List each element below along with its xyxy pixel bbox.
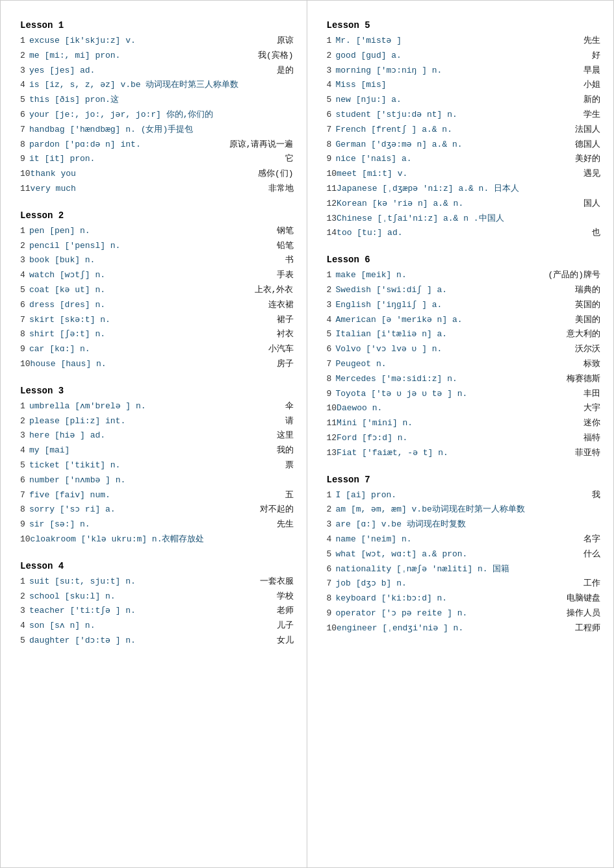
word-english: pencil ['pensl] n.	[29, 240, 242, 253]
word-english: Mr. ['mistə ]	[336, 34, 549, 48]
word-english: good [gud] a.	[336, 49, 549, 63]
word-row: 2 good [gud] a.好	[327, 49, 601, 63]
word-number: 8	[327, 138, 336, 152]
word-chinese: 国人	[548, 197, 600, 211]
lesson-block: Lesson 11 excuse [ik'skju:z] v.原谅2 me [m…	[20, 20, 294, 196]
word-number: 10	[327, 402, 337, 415]
word-row: 2 pencil ['pensl] n.铅笔	[20, 240, 294, 253]
word-row: 9 car [kɑ:] n.小汽车	[20, 343, 294, 356]
word-number: 2	[20, 415, 29, 428]
word-row: 3 yes [jes] ad.是的	[20, 64, 294, 78]
word-number: 10	[20, 167, 31, 181]
word-chinese: 标致	[548, 358, 600, 371]
word-row: 7 job [dʒɔ b] n.工作	[327, 577, 601, 591]
word-row: 5 what [wɔt, wɑ:t] a.& pron.什么	[327, 548, 601, 562]
lesson-block: Lesson 61 make [meik] n.(产品的)牌号2 Swedish…	[327, 254, 601, 460]
word-english: name ['neim] n.	[336, 533, 549, 547]
word-number: 5	[20, 93, 29, 107]
word-number: 7	[20, 314, 29, 327]
word-english: Korean [kə 'riə n] a.& n.	[337, 197, 548, 211]
word-row: 14 too [tu:] ad.也	[327, 227, 601, 240]
word-row: 5 Italian [i'tæliə n] a.意大利的	[327, 328, 601, 341]
word-number: 10	[327, 167, 337, 181]
word-chinese: 工作	[548, 577, 600, 591]
word-row: 1 Mr. ['mistə ]先生	[327, 34, 601, 48]
word-chinese: 大宇	[548, 402, 600, 415]
word-english: German ['dʒə:mə n] a.& n.	[336, 138, 549, 152]
word-number: 2	[327, 49, 336, 63]
word-english: my [mai]	[29, 444, 242, 458]
word-number: 9	[20, 518, 29, 532]
word-chinese: 遇见	[548, 167, 600, 181]
word-row: 4 my [mai]我的	[20, 444, 294, 458]
word-english: Daewoo n.	[337, 402, 548, 415]
word-number: 13	[327, 447, 337, 460]
word-english: pardon ['pɑ:də n] int.	[29, 138, 229, 152]
word-english: teacher ['ti:tʃə ] n.	[29, 604, 242, 618]
word-chinese: 儿子	[242, 619, 294, 633]
word-number: 2	[20, 590, 29, 604]
word-chinese: 裙子	[242, 314, 294, 327]
word-number: 7	[327, 123, 336, 137]
word-chinese: 电脑键盘	[548, 592, 600, 606]
word-row: 3 here [hiə ] ad.这里	[20, 429, 294, 443]
word-row: 11 Mini ['mini] n.迷你	[327, 417, 601, 430]
word-number: 6	[327, 343, 336, 356]
word-chinese: 感你(们)	[242, 167, 294, 181]
word-number: 1	[20, 34, 29, 48]
word-row: 11 Japanese [ˌdʒæpə 'ni:z] a.& n. 日本人	[327, 182, 601, 196]
word-row: 6 student ['stju:də nt] n.学生	[327, 108, 601, 122]
word-row: 4 son [sʌ n] n.儿子	[20, 619, 294, 633]
word-chinese: 早晨	[548, 64, 600, 78]
word-english: job [dʒɔ b] n.	[336, 577, 549, 591]
word-number: 1	[20, 225, 29, 238]
lesson-title: Lesson 4	[20, 561, 294, 571]
word-number: 14	[327, 227, 337, 240]
word-row: 7 French [frentʃ ] a.& n.法国人	[327, 123, 601, 137]
word-english: dress [dres] n.	[29, 299, 242, 312]
word-number: 1	[327, 269, 336, 282]
word-chinese: 这里	[242, 429, 294, 443]
lesson-title: Lesson 1	[20, 20, 294, 31]
word-english: it [it] pron.	[29, 153, 242, 166]
word-number: 8	[327, 592, 336, 606]
word-chinese: 是的	[242, 64, 294, 78]
word-row: 7 Peugeot n.标致	[327, 358, 601, 371]
word-number: 9	[20, 153, 29, 166]
word-row: 3 book [buk] n.书	[20, 254, 294, 267]
word-number: 12	[327, 432, 337, 445]
word-number: 3	[327, 518, 336, 532]
word-english: Mini ['mini] n.	[337, 417, 548, 430]
word-row: 4 watch [wɔtʃ] n.手表	[20, 269, 294, 282]
lesson-block: Lesson 31 umbrella [ʌm'brelə ] n.伞2 plea…	[20, 386, 294, 547]
word-chinese: 原谅,请再说一遍	[229, 138, 294, 152]
word-row: 9 operator ['ɔ pə reite ] n.操作人员	[327, 607, 601, 621]
word-row: 2 school [sku:l] n.学校	[20, 590, 294, 604]
word-number: 6	[20, 299, 29, 312]
word-english: new [nju:] a.	[336, 93, 549, 107]
word-chinese: 意大利的	[548, 328, 600, 341]
lesson-block: Lesson 51 Mr. ['mistə ]先生2 good [gud] a.…	[327, 20, 601, 240]
word-row: 12 Korean [kə 'riə n] a.& n.国人	[327, 197, 601, 211]
word-english: what [wɔt, wɑ:t] a.& pron.	[336, 548, 549, 562]
word-row: 10 engineer [ˌendʒi'niə ] n.工程师	[327, 622, 601, 636]
word-english: suit [su:t, sju:t] n.	[29, 575, 242, 589]
word-english: make [meik] n.	[336, 269, 548, 282]
word-english: sir [sə:] n.	[29, 518, 242, 532]
word-chinese: 老师	[242, 604, 294, 618]
word-chinese: 菲亚特	[548, 447, 600, 460]
word-english: sorry ['sɔ ri] a.	[29, 503, 242, 517]
word-english: this [ðis] pron.这	[29, 93, 294, 107]
word-number: 10	[20, 533, 31, 547]
word-english: your [je:, jo:, jər, jo:r] 你的,你们的	[29, 108, 294, 122]
word-english: operator ['ɔ pə reite ] n.	[336, 607, 549, 621]
word-english: thank you	[31, 167, 242, 181]
word-chinese: 先生	[548, 34, 600, 48]
word-number: 2	[20, 49, 29, 63]
word-english: me [mi:, mi] pron.	[29, 49, 242, 63]
word-english: meet [mi:t] v.	[337, 167, 548, 181]
word-english: cloakroom ['klə ukru:m] n.衣帽存放处	[31, 533, 294, 547]
word-row: 12 Ford [fɔ:d] n.福特	[327, 432, 601, 445]
word-chinese: 学生	[548, 108, 600, 122]
word-english: morning ['mɔ:niŋ ] n.	[336, 64, 549, 78]
